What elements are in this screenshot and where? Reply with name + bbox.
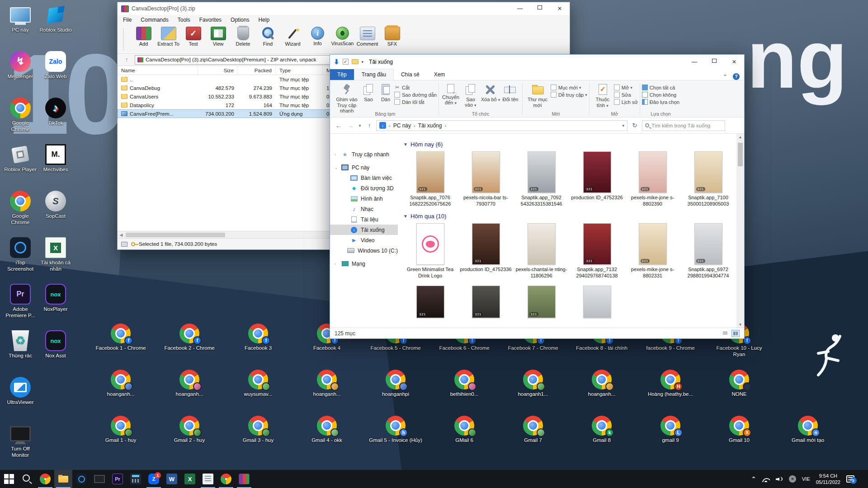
toolbar-button[interactable]: SFX [380, 26, 405, 47]
file-thumbnail-item[interactable]: 321 Snaptik.app_7076 168222520675626 [402, 151, 458, 207]
taskbar-button[interactable] [199, 470, 217, 488]
scrollbar-thumb[interactable] [126, 233, 225, 237]
language-indicator[interactable]: VIE [802, 476, 810, 482]
taskbar-button[interactable]: 1 Z [145, 470, 163, 488]
desktop-icon[interactable]: hoanganhpi [361, 370, 430, 398]
menu-item[interactable]: Favorites [199, 17, 222, 23]
collapse-ribbon-icon[interactable]: ⌃ [723, 74, 727, 80]
scroll-left-arrow[interactable]: ◀ [118, 231, 125, 238]
sidebar-item[interactable]: Đối tượng 3D [330, 183, 398, 193]
ribbon-tab[interactable]: Tệp [330, 69, 354, 80]
toolbar-button[interactable]: VirusScan [330, 26, 355, 46]
file-thumbnail-item[interactable]: 321 Snaptik.app_7132 294029768740138 [569, 223, 625, 279]
desktop-icon[interactable]: nox NoxPlayer [38, 284, 73, 330]
sidebar-item[interactable]: › Mạng [330, 258, 398, 269]
scroll-up-arrow[interactable]: ▲ [739, 134, 742, 140]
menu-item[interactable]: Commands [141, 17, 168, 23]
desktop-icon[interactable]: hoanganh... [155, 370, 224, 398]
copy-to-button[interactable]: Sao vào▾ [461, 82, 481, 108]
desktop-icon[interactable]: hoanganh... [86, 370, 155, 398]
copy-path-button[interactable]: Sao đường dẫn [394, 92, 437, 98]
file-thumbnail-item[interactable]: 321 pexels-mike-jone s-8802331 [625, 223, 680, 279]
taskbar-button[interactable]: Pr [108, 470, 127, 488]
file-thumbnail-item[interactable]: 321 Snaptik.app_6972 298801994304774 [680, 223, 736, 279]
sidebar-item[interactable]: Hình ảnh [330, 193, 398, 204]
toolbar-button[interactable]: Delete [231, 26, 255, 47]
status-x-icon[interactable]: ✕ [789, 475, 796, 483]
properties-button[interactable]: Thuộc tính▾ [591, 82, 614, 108]
scroll-down-arrow[interactable]: ▼ [739, 321, 742, 328]
search-input[interactable] [651, 123, 722, 128]
select-none-button[interactable]: Chọn không [642, 92, 679, 98]
taskbar-button[interactable] [36, 470, 54, 488]
easy-access-button[interactable]: Dễ truy cập▾ [551, 92, 587, 98]
ribbon-tab[interactable]: Trang đầu [354, 69, 394, 80]
expander-icon[interactable]: › [335, 262, 338, 266]
file-thumbnail-item[interactable]: 321 [514, 286, 569, 318]
file-thumbnail-item[interactable]: 321 Snaptik.app_7100 350001208905003 [680, 151, 736, 207]
refresh-icon[interactable]: ↻ [629, 122, 640, 129]
qat-dropdown-icon[interactable]: ▾ [362, 60, 364, 64]
sidebar-item[interactable]: ⌄ PC này [330, 162, 398, 173]
desktop-icon[interactable]: Zalo Zalo Web [38, 51, 73, 98]
thumbnails-view-icon[interactable] [731, 330, 740, 337]
taskbar-button[interactable]: X [181, 470, 199, 488]
desktop-icon[interactable]: Gmail 7 [499, 416, 567, 444]
close-button[interactable]: ✕ [550, 5, 570, 12]
close-button[interactable]: ✕ [724, 59, 744, 65]
file-thumbnail-item[interactable]: 321 [402, 286, 458, 318]
desktop-icon[interactable]: bethihien0... [430, 370, 499, 398]
toolbar-button[interactable]: Extract To [156, 26, 181, 47]
toolbar-button[interactable]: Find [255, 26, 280, 47]
taskbar-button[interactable]: W [163, 470, 181, 488]
sidebar-item[interactable]: Video [330, 235, 398, 245]
group-header-yesterday[interactable]: ▼ Hôm qua (10) [403, 213, 736, 220]
desktop-icon[interactable]: hoanganh1... [499, 370, 567, 398]
open-button[interactable]: Mở▾ [614, 84, 638, 90]
recent-locations-icon[interactable]: ▾ [357, 123, 363, 128]
copy-button[interactable]: Sao [360, 82, 377, 103]
rename-button[interactable]: Đổi tên [500, 82, 520, 102]
desktop-icon[interactable]: ♪ TikTok [38, 98, 73, 144]
volume-icon[interactable] [776, 476, 783, 482]
column-size[interactable]: Size [198, 66, 238, 75]
toolbar-button[interactable]: Test [181, 26, 206, 47]
file-thumbnail-item[interactable]: 321 [569, 286, 625, 318]
desktop-icon[interactable]: f Facebook 2 - Chrome [155, 324, 224, 358]
paste-shortcut-button[interactable]: Dán lối tắt [394, 99, 437, 105]
taskbar-button[interactable] [217, 470, 235, 488]
file-thumbnail-item[interactable]: 321 pexels-chantal-le nting-11806296 [514, 223, 569, 279]
desktop-icon[interactable]: h Gmail 5 - Invoice (Hủy) [361, 416, 430, 444]
forward-button[interactable]: → [345, 122, 355, 129]
desktop-icon[interactable]: hoanganh... [567, 370, 636, 398]
toolbar-button[interactable]: Wizard [280, 26, 305, 47]
sidebar-item[interactable]: Tải xuống [330, 225, 398, 235]
file-thumbnail-item[interactable]: 321 production ID_4752326 [569, 151, 625, 207]
cut-button[interactable]: ✂Cắt [394, 84, 437, 90]
desktop-icon[interactable]: Google Chrome [3, 191, 38, 237]
menu-item[interactable]: File [123, 17, 132, 23]
desktop-icon[interactable]: f Facebook 3 [224, 324, 292, 358]
address-bar[interactable]: ↓ › PC này › Tải xuống › ▾ [376, 120, 627, 131]
desktop-icon[interactable]: Pr Adobe Premiere P... [3, 284, 38, 330]
select-all-button[interactable]: Chọn tất cả [642, 84, 679, 90]
file-thumbnail-item[interactable]: 321 Snaptik.app_7092 543263315381546 [514, 151, 569, 207]
expander-icon[interactable]: › [335, 152, 338, 157]
desktop-icon[interactable]: ♻ Thùng rác [3, 330, 38, 377]
folder-icon[interactable] [352, 59, 359, 64]
desktop-icon[interactable]: iTop Screenshot [3, 237, 38, 284]
column-packed[interactable]: Packed [238, 66, 276, 75]
taskbar-button[interactable] [18, 470, 36, 488]
column-name[interactable]: Name [118, 66, 198, 75]
desktop-icon[interactable]: n Gmail mới tạo [774, 416, 842, 444]
toolbar-button[interactable]: Add [131, 26, 156, 47]
desktop-icon[interactable]: Roblox Studio [38, 5, 73, 51]
maximize-button[interactable] [704, 59, 724, 63]
address-dropdown-icon[interactable]: ▾ [622, 123, 624, 128]
desktop-icon[interactable]: nox Nox Asst [38, 330, 73, 377]
help-icon[interactable]: ? [733, 73, 740, 80]
taskbar-button[interactable] [90, 470, 108, 488]
back-button[interactable]: ← [334, 122, 344, 129]
edit-button[interactable]: Sửa [614, 92, 638, 98]
menu-item[interactable]: Tools [178, 17, 190, 23]
